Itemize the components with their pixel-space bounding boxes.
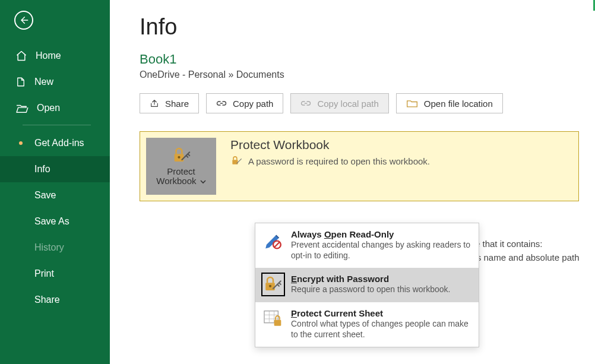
svg-point-5 xyxy=(269,285,271,287)
link-icon xyxy=(300,100,311,107)
lock-key-icon xyxy=(171,147,191,164)
inspect-line2: r's name and absolute path xyxy=(472,251,579,265)
button-label: Open file location xyxy=(424,99,493,109)
nav-save[interactable]: Save xyxy=(0,182,110,208)
menu-item-subtitle: Control what types of changes people can… xyxy=(291,319,470,340)
chevron-down-icon xyxy=(200,179,206,184)
new-indicator-dot-icon xyxy=(19,141,23,145)
nav-print[interactable]: Print xyxy=(0,261,110,287)
file-actions-row: Share Copy path Copy local path Open fil… xyxy=(140,93,579,113)
link-icon xyxy=(216,100,227,107)
nav-label: Share xyxy=(34,295,60,305)
button-label: Copy local path xyxy=(317,99,378,109)
menu-item-title: Always Open Read-Only xyxy=(291,229,470,239)
backstage-sidebar: Home New Open Get Add-ins Info Save Save… xyxy=(0,0,110,364)
arrow-left-icon xyxy=(19,15,29,25)
menu-open-read-only[interactable]: Always Open Read-Only Prevent accidental… xyxy=(255,223,479,268)
nav-info[interactable]: Info xyxy=(0,156,110,182)
lock-small-icon xyxy=(230,156,242,166)
button-label: Copy path xyxy=(233,99,273,109)
nav-label: Open xyxy=(37,103,60,113)
lock-key-icon xyxy=(262,274,284,295)
menu-item-title: Protect Current Sheet xyxy=(291,308,470,318)
button-label: Share xyxy=(165,99,189,109)
nav-share[interactable]: Share xyxy=(0,287,110,313)
nav-label: Info xyxy=(34,164,50,175)
nav-label: History xyxy=(34,242,64,253)
nav-get-addins[interactable]: Get Add-ins xyxy=(0,130,110,156)
nav-history[interactable]: History xyxy=(0,235,110,261)
share-button[interactable]: Share xyxy=(140,93,199,113)
nav-new[interactable]: New xyxy=(0,69,110,95)
nav-label: Save xyxy=(34,190,56,201)
nav-label: Save As xyxy=(34,216,69,227)
document-title: Book1 xyxy=(140,52,579,67)
open-file-location-button[interactable]: Open file location xyxy=(396,93,503,113)
nav-label: New xyxy=(34,77,53,87)
menu-item-subtitle: Prevent accidental changes by asking rea… xyxy=(291,240,470,261)
inspect-partial-text: re that it contains: r's name and absolu… xyxy=(472,238,579,264)
protect-workbook-dropdown: Always Open Read-Only Prevent accidental… xyxy=(255,223,479,347)
home-icon xyxy=(15,50,27,62)
svg-point-1 xyxy=(178,156,180,158)
protect-description: Protect Workbook A password is required … xyxy=(230,138,430,195)
folder-open-icon xyxy=(15,103,29,113)
protect-title: Protect Workbook xyxy=(230,138,430,152)
menu-item-subtitle: Require a password to open this workbook… xyxy=(291,284,470,295)
tile-line1: Protect xyxy=(167,166,195,176)
menu-encrypt-password[interactable]: Encrypt with Password Require a password… xyxy=(255,268,479,302)
protect-workbook-panel: Protect Workbook Protect Workbook A pass… xyxy=(140,131,579,201)
nav-label: Print xyxy=(34,268,54,279)
menu-protect-current-sheet[interactable]: Protect Current Sheet Control what types… xyxy=(255,302,479,347)
menu-item-title: Encrypt with Password xyxy=(291,274,470,284)
pencil-prohibit-icon xyxy=(262,229,284,251)
nav-home[interactable]: Home xyxy=(0,43,110,69)
sidebar-separator xyxy=(23,125,91,125)
new-file-icon xyxy=(15,76,26,88)
back-button[interactable] xyxy=(14,11,33,30)
nav-label: Get Add-ins xyxy=(34,138,84,148)
info-page: Info Book1 OneDrive - Personal » Documen… xyxy=(110,0,595,364)
tile-line2: Workbook xyxy=(156,176,196,186)
sheet-lock-icon xyxy=(262,308,284,330)
inspect-line1: re that it contains: xyxy=(472,238,579,251)
page-title: Info xyxy=(140,14,579,40)
share-icon xyxy=(150,99,159,108)
breadcrumb: OneDrive - Personal » Documents xyxy=(140,69,579,80)
protect-status-text: A password is required to open this work… xyxy=(248,156,430,166)
copy-path-button[interactable]: Copy path xyxy=(206,93,283,113)
folder-icon xyxy=(406,99,418,108)
copy-local-path-button: Copy local path xyxy=(290,93,388,113)
nav-open[interactable]: Open xyxy=(0,95,110,121)
svg-rect-7 xyxy=(274,320,281,326)
nav-save-as[interactable]: Save As xyxy=(0,208,110,235)
nav-label: Home xyxy=(36,50,61,61)
protect-workbook-button[interactable]: Protect Workbook xyxy=(146,138,216,195)
